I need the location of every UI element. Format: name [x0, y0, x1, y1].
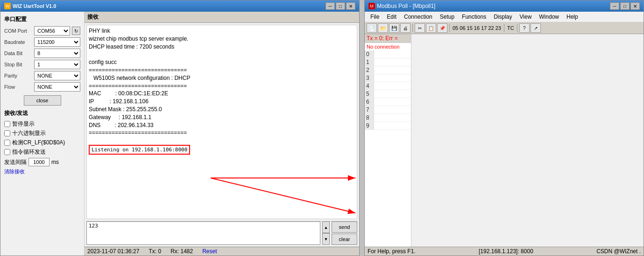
- toolbar-copy-btn[interactable]: 📋: [426, 23, 436, 33]
- send-interval-label: 发送间隔: [4, 158, 27, 166]
- data-row-7: 7: [365, 106, 411, 114]
- send-input[interactable]: 123: [86, 221, 320, 245]
- send-btn[interactable]: send: [332, 221, 357, 233]
- modbus-csdn: CSDN @WIZnet .: [596, 248, 641, 255]
- data-bit-label: Data Bit: [4, 50, 32, 56]
- scroll-down-btn[interactable]: ▼: [322, 233, 330, 245]
- modbus-data-area: Tx = 0: Err = No connection 0 1 2 3 4: [365, 34, 411, 247]
- modbus-close-btn[interactable]: ✕: [630, 2, 640, 10]
- modbus-menu-bar: File Edit Connection Setup Functions Dis…: [365, 12, 644, 22]
- modbus-help-text: For Help, press F1.: [368, 248, 416, 255]
- clear-btn[interactable]: clear: [332, 234, 357, 245]
- recv-area[interactable]: PHY link wiznet chip modbus tcp server e…: [86, 25, 357, 219]
- scroll-btns: ▲ ▼: [322, 221, 330, 245]
- menu-file[interactable]: File: [367, 13, 383, 21]
- status-reset-btn[interactable]: Reset: [202, 248, 217, 255]
- cr-lf-checkbox[interactable]: [4, 140, 10, 146]
- wiz-title-left: W WIZ UartTool V1.0: [4, 3, 56, 9]
- com-port-select[interactable]: COM56: [34, 26, 70, 36]
- data-row-2: 2: [365, 66, 411, 74]
- data-row-5: 5: [365, 90, 411, 98]
- data-row-0: 0: [365, 50, 411, 58]
- hex-display-checkbox[interactable]: [4, 130, 10, 136]
- toolbar-sep3: [504, 24, 504, 32]
- stop-bit-row: Stop Bit 1: [4, 60, 80, 69]
- close-serial-btn[interactable]: close: [24, 95, 61, 106]
- send-btn-col: send clear: [332, 221, 357, 245]
- toolbar-save-btn[interactable]: 💾: [389, 23, 399, 33]
- send-interval-input[interactable]: [28, 158, 50, 166]
- toolbar-help-btn[interactable]: ?: [519, 23, 530, 33]
- loop-send-row: 指令循环发送: [4, 148, 80, 156]
- status-rx: Rx: 1482: [170, 248, 193, 255]
- com-port-refresh-btn[interactable]: ↻: [72, 27, 80, 35]
- flow-select[interactable]: NONE: [34, 82, 80, 92]
- scroll-up-btn[interactable]: ▲: [322, 221, 330, 233]
- toolbar-tc: TC: [506, 25, 515, 31]
- toolbar-cut-btn[interactable]: ✂: [415, 23, 425, 33]
- wiz-body: 串口配置 COM Port COM56 ↻ Baudrate 115200 Da…: [0, 12, 359, 256]
- pause-display-checkbox[interactable]: [4, 121, 10, 127]
- modbus-title-bar: M Modbus Poll - [Mbpoll1] ─ □ ✕: [365, 0, 644, 12]
- wiz-window: W WIZ UartTool V1.0 ─ □ ✕ 串口配置 COM Port …: [0, 0, 360, 256]
- parity-label: Parity: [4, 73, 32, 78]
- wiz-minimize-btn[interactable]: ─: [326, 2, 335, 10]
- flow-label: Flow: [4, 84, 32, 90]
- send-interval-row: 发送间隔 ms: [4, 158, 80, 166]
- toolbar-paste-btn[interactable]: 📌: [437, 23, 447, 33]
- hex-display-label: 十六进制显示: [12, 129, 46, 137]
- recv-header: 接收: [85, 12, 359, 23]
- menu-view[interactable]: View: [516, 13, 536, 21]
- clear-recv-link[interactable]: 清除接收: [4, 168, 80, 175]
- toolbar-open-btn[interactable]: 📁: [378, 23, 388, 33]
- data-row-9: 9: [365, 122, 411, 130]
- toolbar-extra-btn[interactable]: ↗: [531, 23, 541, 33]
- parity-select[interactable]: NONE: [34, 71, 80, 80]
- menu-setup[interactable]: Setup: [436, 13, 458, 21]
- wiz-maximize-btn[interactable]: □: [336, 2, 345, 10]
- modbus-minimize-btn[interactable]: ─: [610, 2, 619, 10]
- pause-display-row: 暂停显示: [4, 120, 80, 128]
- wiz-app-icon: W: [4, 3, 11, 9]
- baud-rate-label: Baudrate: [4, 39, 32, 45]
- wiz-sidebar: 串口配置 COM Port COM56 ↻ Baudrate 115200 Da…: [0, 12, 85, 256]
- modbus-title-left: M Modbus Poll - [Mbpoll1]: [368, 3, 435, 9]
- modbus-maximize-btn[interactable]: □: [620, 2, 630, 10]
- modbus-no-connection: No connection: [365, 43, 411, 50]
- cr-lf-row: 检测CR_LF($0D$0A): [4, 139, 80, 147]
- toolbar-new-btn[interactable]: 📄: [367, 23, 377, 33]
- serial-config-title: 串口配置: [4, 15, 80, 23]
- wiz-main: 接收 PHY link wiznet chip modbus tcp serve…: [85, 12, 359, 256]
- com-port-label: COM Port: [4, 28, 32, 34]
- loop-send-label: 指令循环发送: [12, 148, 46, 156]
- menu-display[interactable]: Display: [490, 13, 516, 21]
- loop-send-checkbox[interactable]: [4, 149, 10, 155]
- wiz-close-btn[interactable]: ✕: [346, 2, 355, 10]
- stop-bit-label: Stop Bit: [4, 62, 32, 67]
- menu-connection[interactable]: Connection: [400, 13, 436, 21]
- data-row-4: 4: [365, 82, 411, 90]
- toolbar-print-btn[interactable]: 🖨: [400, 23, 410, 33]
- data-bit-select[interactable]: 8: [34, 49, 80, 58]
- menu-help[interactable]: Help: [563, 13, 582, 21]
- baud-rate-row: Baudrate 115200: [4, 37, 80, 47]
- data-row-3: 3: [365, 74, 411, 82]
- recv-text: PHY link wiznet chip modbus tcp server e…: [89, 28, 190, 136]
- toolbar-sep1: [412, 24, 413, 32]
- modbus-toolbar: 📄 📁 💾 🖨 ✂ 📋 📌 05 06 15 16 17 22 23 TC ? …: [365, 22, 644, 34]
- toolbar-numbers: 05 06 15 16 17 22 23: [452, 25, 502, 31]
- modbus-title-controls: ─ □ ✕: [610, 2, 640, 10]
- menu-edit[interactable]: Edit: [383, 13, 400, 21]
- listening-box: Listening on 192.168.1.106:8000: [89, 145, 190, 155]
- toolbar-sep4: [517, 24, 517, 32]
- wiz-title: WIZ UartTool V1.0: [13, 3, 56, 9]
- modbus-header: Tx = 0: Err =: [365, 34, 411, 43]
- menu-window[interactable]: Window: [535, 13, 563, 21]
- modbus-app-icon: M: [368, 3, 375, 9]
- menu-functions[interactable]: Functions: [458, 13, 490, 21]
- stop-bit-select[interactable]: 1: [34, 60, 80, 69]
- modbus-window: M Modbus Poll - [Mbpoll1] ─ □ ✕ File Edi…: [364, 0, 644, 256]
- com-port-row: COM Port COM56 ↻: [4, 26, 80, 36]
- data-row-8: 8: [365, 114, 411, 122]
- baud-rate-select[interactable]: 115200: [34, 37, 80, 47]
